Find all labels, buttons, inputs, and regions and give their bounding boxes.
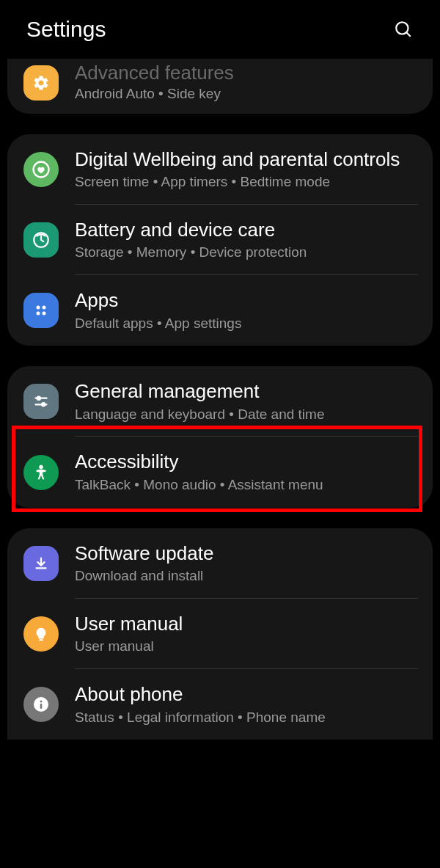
item-text: Digital Wellbeing and parental controls … <box>75 147 418 192</box>
bulb-icon <box>23 616 59 652</box>
item-accessibility[interactable]: Accessibility TalkBack • Mono audio • As… <box>7 437 433 507</box>
svg-point-0 <box>396 22 408 34</box>
item-text: About phone Status • Legal information •… <box>75 682 418 726</box>
person-icon <box>23 455 59 490</box>
heart-circle-icon <box>23 152 59 187</box>
svg-point-6 <box>37 312 40 316</box>
item-software-update[interactable]: Software update Download and install <box>7 528 433 599</box>
item-title: Accessibility <box>75 450 418 474</box>
item-subtitle: Screen time • App timers • Bedtime mode <box>75 173 418 192</box>
item-text: General management Language and keyboard… <box>75 379 418 423</box>
svg-point-7 <box>43 312 46 316</box>
item-title: Battery and device care <box>75 218 418 242</box>
item-text: Software update Download and install <box>75 541 418 586</box>
page-title: Settings <box>26 17 106 42</box>
item-title: General management <box>75 379 418 404</box>
item-title: User manual <box>75 612 418 636</box>
info-icon <box>23 687 59 722</box>
download-icon <box>23 546 59 581</box>
item-subtitle: Download and install <box>75 567 418 586</box>
gear-plus-icon <box>23 65 59 101</box>
section-group-4: Software update Download and install Use… <box>7 528 433 740</box>
svg-point-15 <box>40 701 43 703</box>
item-title: Digital Wellbeing and parental controls <box>75 147 418 172</box>
apps-grid-icon <box>23 293 59 328</box>
svg-point-11 <box>42 404 45 406</box>
svg-point-4 <box>37 306 40 310</box>
item-subtitle: Android Auto • Side key <box>75 85 418 103</box>
item-about-phone[interactable]: About phone Status • Legal information •… <box>7 669 433 740</box>
header: Settings <box>0 0 440 59</box>
item-subtitle: User manual <box>75 638 418 656</box>
item-general-management[interactable]: General management Language and keyboard… <box>7 366 433 437</box>
item-text: User manual User manual <box>75 612 418 656</box>
search-icon <box>394 20 413 39</box>
item-subtitle: Storage • Memory • Device protection <box>75 244 418 262</box>
svg-point-12 <box>39 464 43 468</box>
section-group-1: Advanced features Android Auto • Side ke… <box>7 59 433 114</box>
item-text: Advanced features Android Auto • Side ke… <box>75 63 418 103</box>
section-group-2: Digital Wellbeing and parental controls … <box>7 134 433 346</box>
svg-point-5 <box>43 306 46 310</box>
svg-rect-13 <box>39 639 43 641</box>
item-title: Advanced features <box>75 63 418 82</box>
search-button[interactable] <box>393 19 414 40</box>
item-title: Software update <box>75 541 418 566</box>
item-title: About phone <box>75 682 418 707</box>
section-group-3: General management Language and keyboard… <box>7 366 433 507</box>
item-text: Accessibility TalkBack • Mono audio • As… <box>75 450 418 494</box>
sliders-icon <box>23 384 59 419</box>
svg-point-9 <box>37 397 40 400</box>
refresh-icon <box>23 222 59 258</box>
item-subtitle: Default apps • App settings <box>75 315 418 333</box>
item-subtitle: Status • Legal information • Phone name <box>75 709 418 727</box>
svg-rect-16 <box>40 704 43 709</box>
item-battery-device-care[interactable]: Battery and device care Storage • Memory… <box>7 205 433 275</box>
svg-line-1 <box>406 32 410 36</box>
item-advanced-features[interactable]: Advanced features Android Auto • Side ke… <box>7 59 433 114</box>
item-apps[interactable]: Apps Default apps • App settings <box>7 275 433 346</box>
item-subtitle: TalkBack • Mono audio • Assistant menu <box>75 476 418 495</box>
item-digital-wellbeing[interactable]: Digital Wellbeing and parental controls … <box>7 134 433 205</box>
item-title: Apps <box>75 288 418 313</box>
item-text: Apps Default apps • App settings <box>75 288 418 332</box>
item-user-manual[interactable]: User manual User manual <box>7 599 433 669</box>
item-subtitle: Language and keyboard • Date and time <box>75 406 418 424</box>
item-text: Battery and device care Storage • Memory… <box>75 218 418 262</box>
